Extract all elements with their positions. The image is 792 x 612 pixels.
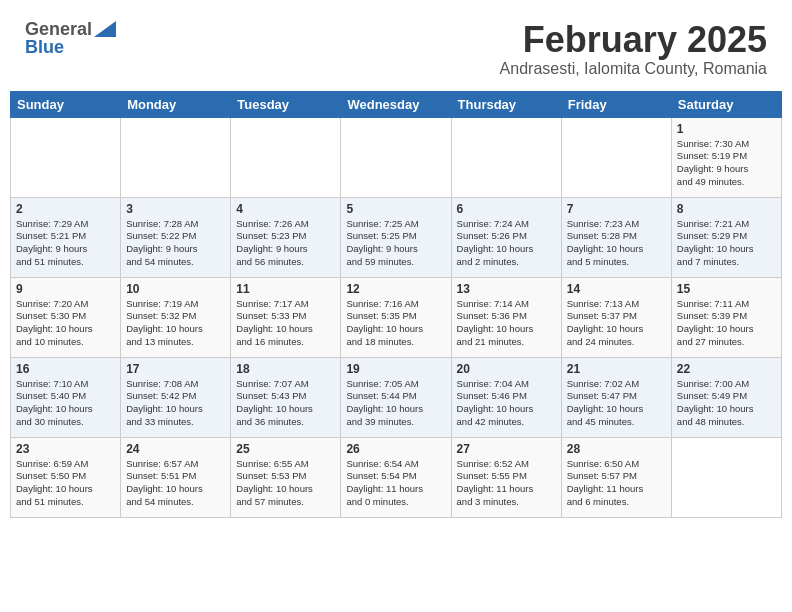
day-number: 23 xyxy=(16,442,115,456)
calendar-cell: 15Sunrise: 7:11 AM Sunset: 5:39 PM Dayli… xyxy=(671,277,781,357)
day-info: Sunrise: 7:24 AM Sunset: 5:26 PM Dayligh… xyxy=(457,218,556,269)
day-info: Sunrise: 7:29 AM Sunset: 5:21 PM Dayligh… xyxy=(16,218,115,269)
calendar-week-5: 23Sunrise: 6:59 AM Sunset: 5:50 PM Dayli… xyxy=(11,437,782,517)
weekday-header-row: SundayMondayTuesdayWednesdayThursdayFrid… xyxy=(11,91,782,117)
day-number: 9 xyxy=(16,282,115,296)
day-number: 11 xyxy=(236,282,335,296)
calendar-cell: 3Sunrise: 7:28 AM Sunset: 5:22 PM Daylig… xyxy=(121,197,231,277)
title-area: February 2025 Andrasesti, Ialomita Count… xyxy=(500,20,767,78)
calendar-cell: 26Sunrise: 6:54 AM Sunset: 5:54 PM Dayli… xyxy=(341,437,451,517)
day-info: Sunrise: 7:25 AM Sunset: 5:25 PM Dayligh… xyxy=(346,218,445,269)
page-header: General Blue February 2025 Andrasesti, I… xyxy=(10,10,782,83)
day-info: Sunrise: 7:28 AM Sunset: 5:22 PM Dayligh… xyxy=(126,218,225,269)
calendar-week-2: 2Sunrise: 7:29 AM Sunset: 5:21 PM Daylig… xyxy=(11,197,782,277)
calendar-cell: 10Sunrise: 7:19 AM Sunset: 5:32 PM Dayli… xyxy=(121,277,231,357)
weekday-header-thursday: Thursday xyxy=(451,91,561,117)
weekday-header-friday: Friday xyxy=(561,91,671,117)
day-info: Sunrise: 7:23 AM Sunset: 5:28 PM Dayligh… xyxy=(567,218,666,269)
calendar-table: SundayMondayTuesdayWednesdayThursdayFrid… xyxy=(10,91,782,518)
logo: General Blue xyxy=(25,20,116,56)
calendar-cell xyxy=(671,437,781,517)
calendar-cell xyxy=(231,117,341,197)
day-info: Sunrise: 7:13 AM Sunset: 5:37 PM Dayligh… xyxy=(567,298,666,349)
day-info: Sunrise: 7:17 AM Sunset: 5:33 PM Dayligh… xyxy=(236,298,335,349)
calendar-cell: 24Sunrise: 6:57 AM Sunset: 5:51 PM Dayli… xyxy=(121,437,231,517)
day-info: Sunrise: 7:04 AM Sunset: 5:46 PM Dayligh… xyxy=(457,378,556,429)
calendar-cell xyxy=(11,117,121,197)
day-number: 12 xyxy=(346,282,445,296)
calendar-cell: 8Sunrise: 7:21 AM Sunset: 5:29 PM Daylig… xyxy=(671,197,781,277)
calendar-cell: 27Sunrise: 6:52 AM Sunset: 5:55 PM Dayli… xyxy=(451,437,561,517)
calendar-cell: 5Sunrise: 7:25 AM Sunset: 5:25 PM Daylig… xyxy=(341,197,451,277)
calendar-cell: 17Sunrise: 7:08 AM Sunset: 5:42 PM Dayli… xyxy=(121,357,231,437)
day-number: 26 xyxy=(346,442,445,456)
calendar-cell: 20Sunrise: 7:04 AM Sunset: 5:46 PM Dayli… xyxy=(451,357,561,437)
day-number: 25 xyxy=(236,442,335,456)
day-number: 18 xyxy=(236,362,335,376)
day-info: Sunrise: 7:30 AM Sunset: 5:19 PM Dayligh… xyxy=(677,138,776,189)
day-number: 5 xyxy=(346,202,445,216)
day-info: Sunrise: 7:10 AM Sunset: 5:40 PM Dayligh… xyxy=(16,378,115,429)
day-info: Sunrise: 7:05 AM Sunset: 5:44 PM Dayligh… xyxy=(346,378,445,429)
calendar-cell: 1Sunrise: 7:30 AM Sunset: 5:19 PM Daylig… xyxy=(671,117,781,197)
day-number: 20 xyxy=(457,362,556,376)
day-number: 4 xyxy=(236,202,335,216)
day-number: 2 xyxy=(16,202,115,216)
day-number: 21 xyxy=(567,362,666,376)
calendar-cell: 4Sunrise: 7:26 AM Sunset: 5:23 PM Daylig… xyxy=(231,197,341,277)
calendar-cell xyxy=(121,117,231,197)
weekday-header-wednesday: Wednesday xyxy=(341,91,451,117)
day-info: Sunrise: 7:19 AM Sunset: 5:32 PM Dayligh… xyxy=(126,298,225,349)
day-info: Sunrise: 6:50 AM Sunset: 5:57 PM Dayligh… xyxy=(567,458,666,509)
day-number: 14 xyxy=(567,282,666,296)
calendar-cell: 25Sunrise: 6:55 AM Sunset: 5:53 PM Dayli… xyxy=(231,437,341,517)
day-info: Sunrise: 7:02 AM Sunset: 5:47 PM Dayligh… xyxy=(567,378,666,429)
calendar-cell: 21Sunrise: 7:02 AM Sunset: 5:47 PM Dayli… xyxy=(561,357,671,437)
day-info: Sunrise: 7:00 AM Sunset: 5:49 PM Dayligh… xyxy=(677,378,776,429)
month-title: February 2025 xyxy=(500,20,767,60)
calendar-cell: 18Sunrise: 7:07 AM Sunset: 5:43 PM Dayli… xyxy=(231,357,341,437)
calendar-cell: 19Sunrise: 7:05 AM Sunset: 5:44 PM Dayli… xyxy=(341,357,451,437)
calendar-cell: 6Sunrise: 7:24 AM Sunset: 5:26 PM Daylig… xyxy=(451,197,561,277)
calendar-cell xyxy=(561,117,671,197)
day-number: 19 xyxy=(346,362,445,376)
day-number: 10 xyxy=(126,282,225,296)
day-info: Sunrise: 7:26 AM Sunset: 5:23 PM Dayligh… xyxy=(236,218,335,269)
day-info: Sunrise: 6:57 AM Sunset: 5:51 PM Dayligh… xyxy=(126,458,225,509)
day-number: 16 xyxy=(16,362,115,376)
day-number: 1 xyxy=(677,122,776,136)
logo-icon xyxy=(94,21,116,37)
calendar-cell: 2Sunrise: 7:29 AM Sunset: 5:21 PM Daylig… xyxy=(11,197,121,277)
day-info: Sunrise: 7:08 AM Sunset: 5:42 PM Dayligh… xyxy=(126,378,225,429)
calendar-cell: 22Sunrise: 7:00 AM Sunset: 5:49 PM Dayli… xyxy=(671,357,781,437)
day-number: 3 xyxy=(126,202,225,216)
day-info: Sunrise: 7:07 AM Sunset: 5:43 PM Dayligh… xyxy=(236,378,335,429)
location: Andrasesti, Ialomita County, Romania xyxy=(500,60,767,78)
day-info: Sunrise: 7:20 AM Sunset: 5:30 PM Dayligh… xyxy=(16,298,115,349)
weekday-header-sunday: Sunday xyxy=(11,91,121,117)
calendar-cell: 23Sunrise: 6:59 AM Sunset: 5:50 PM Dayli… xyxy=(11,437,121,517)
calendar-cell: 13Sunrise: 7:14 AM Sunset: 5:36 PM Dayli… xyxy=(451,277,561,357)
day-info: Sunrise: 6:59 AM Sunset: 5:50 PM Dayligh… xyxy=(16,458,115,509)
calendar-week-1: 1Sunrise: 7:30 AM Sunset: 5:19 PM Daylig… xyxy=(11,117,782,197)
calendar-cell xyxy=(451,117,561,197)
svg-marker-0 xyxy=(94,21,116,37)
day-info: Sunrise: 6:55 AM Sunset: 5:53 PM Dayligh… xyxy=(236,458,335,509)
day-number: 6 xyxy=(457,202,556,216)
day-number: 24 xyxy=(126,442,225,456)
calendar-cell: 7Sunrise: 7:23 AM Sunset: 5:28 PM Daylig… xyxy=(561,197,671,277)
day-info: Sunrise: 7:21 AM Sunset: 5:29 PM Dayligh… xyxy=(677,218,776,269)
calendar-week-3: 9Sunrise: 7:20 AM Sunset: 5:30 PM Daylig… xyxy=(11,277,782,357)
calendar-cell: 14Sunrise: 7:13 AM Sunset: 5:37 PM Dayli… xyxy=(561,277,671,357)
day-info: Sunrise: 6:52 AM Sunset: 5:55 PM Dayligh… xyxy=(457,458,556,509)
day-info: Sunrise: 6:54 AM Sunset: 5:54 PM Dayligh… xyxy=(346,458,445,509)
calendar-week-4: 16Sunrise: 7:10 AM Sunset: 5:40 PM Dayli… xyxy=(11,357,782,437)
day-number: 22 xyxy=(677,362,776,376)
calendar-cell: 11Sunrise: 7:17 AM Sunset: 5:33 PM Dayli… xyxy=(231,277,341,357)
day-number: 8 xyxy=(677,202,776,216)
day-info: Sunrise: 7:11 AM Sunset: 5:39 PM Dayligh… xyxy=(677,298,776,349)
day-number: 7 xyxy=(567,202,666,216)
weekday-header-saturday: Saturday xyxy=(671,91,781,117)
weekday-header-tuesday: Tuesday xyxy=(231,91,341,117)
calendar-cell: 9Sunrise: 7:20 AM Sunset: 5:30 PM Daylig… xyxy=(11,277,121,357)
